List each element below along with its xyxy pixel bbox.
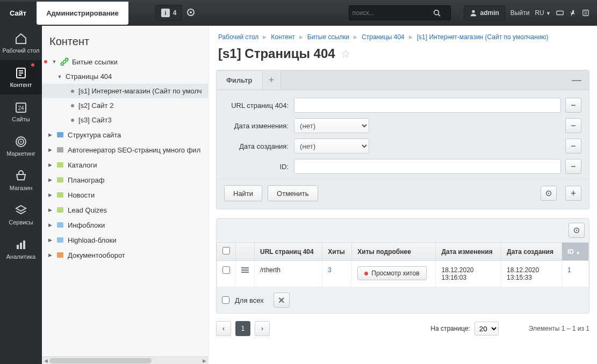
col-id[interactable]: ID ▲ [562, 243, 589, 261]
tree-label: [s1] Интернет-магазин (Сайт по умолч [78, 87, 202, 95]
filter-cancel-button[interactable]: Отменить [268, 185, 318, 201]
tab-site[interactable]: Сайт [0, 2, 37, 25]
tree-pages-404[interactable]: ▼ Страницы 404 [42, 69, 208, 84]
per-page-select[interactable]: 20 [474, 322, 499, 336]
col-menu [236, 243, 255, 261]
nav-content[interactable]: Контент [0, 60, 42, 94]
filter-date-cre-minus[interactable]: – [565, 139, 581, 154]
tree-item[interactable]: ▶Lead Quizes [42, 202, 208, 217]
svg-text:24: 24 [18, 105, 24, 111]
filter-add-button[interactable]: + [565, 186, 581, 201]
for-all-checkbox[interactable] [222, 296, 229, 304]
nav-marketing[interactable]: Маркетинг [0, 129, 42, 163]
search-icon [433, 9, 441, 17]
breadcrumb-link[interactable]: Страницы 404 [362, 33, 405, 41]
notifications-button[interactable]: i 4 [155, 5, 183, 21]
chevron-down-icon: ▼ [57, 74, 62, 79]
filter-url-input[interactable] [294, 98, 561, 113]
notification-count: 4 [173, 9, 177, 17]
filter-panel: Фильтр + — URL страниц 404: – Дата измен… [216, 70, 589, 209]
nav-sites[interactable]: 24 Сайты [0, 94, 42, 129]
tree-item[interactable]: ▶Инфоблоки [42, 217, 208, 232]
user-menu[interactable]: admin [464, 5, 505, 20]
filter-date-mod-select[interactable]: (нет) [294, 118, 369, 133]
nav-analytics[interactable]: Аналитика [0, 232, 42, 266]
row-checkbox[interactable] [222, 266, 230, 274]
filter-date-cre-select[interactable]: (нет) [294, 139, 369, 154]
svg-point-4 [434, 10, 438, 15]
page-current[interactable]: 1 [235, 321, 250, 336]
col-date-mod[interactable]: Дата изменения [436, 243, 501, 261]
filter-collapse-icon[interactable]: — [564, 75, 589, 86]
cell-id[interactable]: 1 [567, 266, 571, 274]
col-url[interactable]: URL страниц 404 [255, 243, 322, 261]
chevron-right-icon: ▶ [47, 207, 53, 213]
svg-rect-36 [57, 252, 63, 258]
page-prev-button[interactable]: ‹ [216, 321, 231, 336]
breadcrumb-link[interactable]: Контент [271, 33, 294, 41]
scroll-right-arrow[interactable]: ▶ [200, 357, 208, 364]
nav-desktop[interactable]: Рабочий стол [0, 26, 42, 60]
for-all-delete-button[interactable]: ✕ [274, 293, 290, 308]
table-settings-button[interactable] [569, 223, 585, 238]
tree-site-item[interactable]: [s3] Сайт3 [42, 113, 208, 127]
filter-url-minus[interactable]: – [565, 98, 581, 113]
breadcrumb-link[interactable]: [s1] Интернет-магазин (Сайт по умолчанию… [417, 33, 549, 41]
nav-label: Маркетинг [6, 150, 35, 157]
tree-item[interactable]: ▶Структура сайта [42, 127, 208, 142]
global-search[interactable] [349, 5, 451, 20]
nav-services[interactable]: Сервисы [0, 198, 42, 232]
filter-date-mod-label: Дата изменения: [224, 122, 294, 130]
cell-url: /rtherth [255, 261, 322, 287]
col-xhits[interactable]: Хиты подробнее [352, 243, 436, 261]
page-title: [s1] Страницы 404 [218, 46, 335, 61]
lang-switch[interactable]: RU ▼ [535, 9, 551, 17]
view-hits-button[interactable]: Просмотр хитов [357, 266, 426, 280]
filter-id-input[interactable] [294, 159, 561, 174]
logout-link[interactable]: Выйти [510, 9, 530, 17]
nav-shop[interactable]: Магазин [0, 163, 42, 198]
col-hits[interactable]: Хиты [322, 243, 352, 261]
cell-hits[interactable]: 3 [328, 266, 332, 274]
tree-item[interactable]: ▶Highload-блоки [42, 232, 208, 247]
select-all-checkbox[interactable] [222, 247, 230, 254]
svg-point-6 [472, 10, 474, 13]
tree-item[interactable]: ▶Автогенератор SEO-страниц умного фил [42, 142, 208, 157]
row-menu-icon[interactable] [241, 266, 249, 274]
breadcrumb-link[interactable]: Рабочий стол [218, 33, 258, 41]
help-icon[interactable] [582, 9, 589, 17]
chevron-right-icon: ▶ [47, 237, 53, 243]
filter-date-mod-minus[interactable]: – [565, 118, 581, 133]
breadcrumb-link[interactable]: Битые ссылки [307, 33, 349, 41]
scroll-left-arrow[interactable]: ◀ [42, 357, 49, 364]
tree-site-item[interactable]: [s1] Интернет-магазин (Сайт по умолч [42, 84, 208, 98]
col-date-cre[interactable]: Дата создания [501, 243, 562, 261]
svg-rect-34 [57, 222, 63, 228]
filter-find-button[interactable]: Найти [224, 185, 262, 201]
svg-point-26 [61, 63, 64, 65]
tree-label: Битые ссылки [72, 58, 118, 66]
tab-admin[interactable]: Администрирование [37, 2, 128, 25]
search-input[interactable] [353, 9, 433, 17]
settings-gear-top[interactable] [186, 8, 195, 18]
bullet-icon [71, 119, 74, 122]
tree-item[interactable]: ▶Документооборот [42, 247, 208, 263]
tree-item[interactable]: ▶Каталоги [42, 157, 208, 172]
basket-icon [15, 170, 27, 183]
chevron-right-icon: ▶ [47, 147, 53, 152]
per-page-label: На странице: [430, 325, 470, 332]
keyboard-icon[interactable] [556, 9, 564, 17]
filter-settings-button[interactable] [541, 186, 557, 201]
filter-tab[interactable]: Фильтр [217, 71, 263, 90]
filter-add-tab[interactable]: + [263, 70, 281, 90]
pin-icon[interactable] [569, 9, 577, 17]
tree-broken-links[interactable]: ▼ Битые ссылки [42, 54, 208, 69]
tree-horizontal-scrollbar[interactable]: ◀ ▶ [42, 356, 208, 364]
page-next-button[interactable]: › [255, 321, 270, 336]
svg-rect-31 [57, 177, 63, 183]
tree-item[interactable]: ▶Планограф [42, 172, 208, 187]
favorite-star-icon[interactable]: ☆ [341, 47, 350, 60]
tree-site-item[interactable]: [s2] Сайт 2 [42, 98, 208, 113]
filter-id-minus[interactable]: – [565, 159, 581, 174]
tree-item[interactable]: ▶Новости [42, 187, 208, 202]
